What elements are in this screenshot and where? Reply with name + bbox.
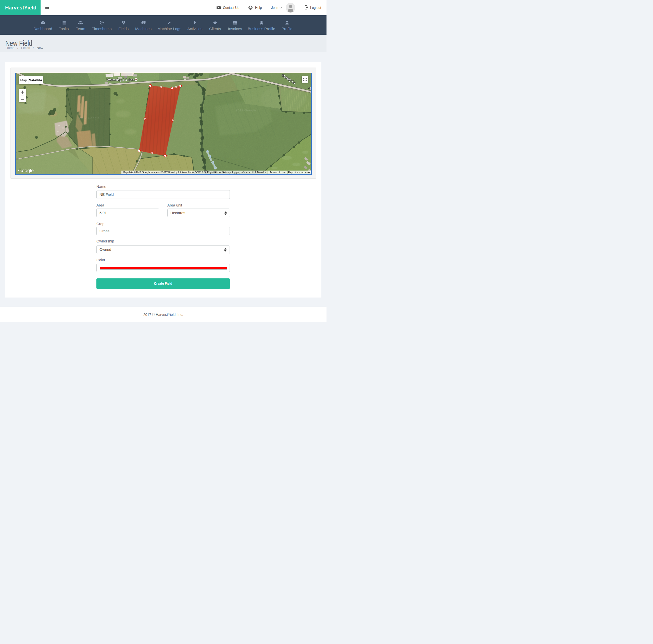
svg-text:Satellite: Satellite bbox=[29, 78, 42, 82]
svg-text:Terms of Use: Terms of Use bbox=[270, 171, 285, 174]
svg-text:Report a map error: Report a map error bbox=[288, 171, 311, 174]
svg-text:Google: Google bbox=[18, 168, 34, 173]
svg-text:Walmsley J & Son: Walmsley J & Son bbox=[106, 78, 135, 82]
svg-text:Map data ©2017 Google Imagery: Map data ©2017 Google Imagery ©2017 Blue… bbox=[123, 171, 266, 174]
svg-text:Map: Map bbox=[20, 78, 27, 82]
